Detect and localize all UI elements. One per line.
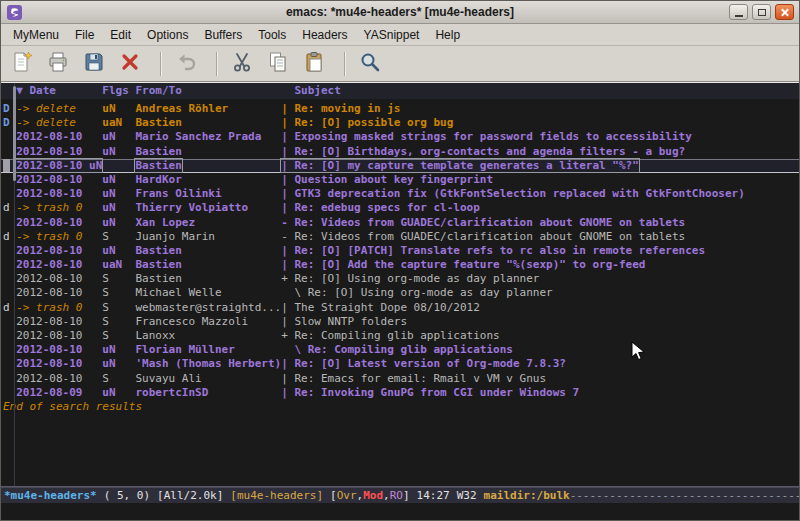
end-of-results-text: End of search results — [1, 400, 799, 414]
message-row[interactable]: 2012-08-10 uN Frans Oilinki | GTK3 depre… — [1, 187, 799, 201]
message-row-current[interactable]: 2012-08-10 uN Bastien | Re: [O] my captu… — [1, 159, 799, 173]
close-button[interactable] — [775, 4, 794, 20]
save-button[interactable] — [79, 49, 109, 78]
menu-yasnippet[interactable]: YASnippet — [356, 25, 428, 45]
minimize-icon — [735, 15, 743, 17]
message-row[interactable]: 2012-08-10 S Francesco Mazzoli | Slow NN… — [1, 315, 799, 329]
paste-icon — [302, 50, 326, 78]
modeline-major-mode[interactable]: [mu4e-headers] — [230, 489, 323, 502]
message-row[interactable]: 2012-08-10 uN Mario Sanchez Prada | Expo… — [1, 130, 799, 144]
modeline-window-id: W32 — [457, 489, 477, 502]
modeline-cursor-position: ( 5, 0) — [104, 489, 150, 502]
modeline-minor-flags: [Ovr,Mod,RO] — [330, 489, 410, 502]
undo-icon — [174, 50, 198, 78]
menu-buffers[interactable]: Buffers — [196, 25, 250, 45]
comma: , — [383, 489, 390, 502]
column-header-line[interactable]: ▼ Date Flgs From/To Subject — [1, 83, 799, 99]
readonly-indicator: RO — [390, 489, 403, 502]
save-icon — [82, 50, 106, 78]
echo-area — [1, 503, 799, 520]
cut-button[interactable] — [227, 49, 257, 78]
menu-edit[interactable]: Edit — [102, 25, 139, 45]
message-row[interactable]: 2012-08-10 S Suvayu Ali | Re: Emacs for … — [1, 372, 799, 386]
cut-icon — [230, 50, 254, 78]
print-button[interactable] — [43, 49, 73, 78]
window-controls — [729, 4, 794, 20]
menu-options[interactable]: Options — [139, 25, 196, 45]
menu-bar: MyMenuFileEditOptionsBuffersToolsHeaders… — [1, 24, 799, 46]
close-icon — [118, 50, 142, 78]
minimize-button[interactable] — [729, 4, 748, 20]
kill-buffer-button[interactable] — [115, 49, 145, 78]
message-row[interactable]: D -> delete uaN Bastien | Re: [O] possib… — [1, 116, 799, 130]
menu-tools[interactable]: Tools — [250, 25, 294, 45]
paste-button[interactable] — [299, 49, 329, 78]
message-row[interactable]: 2012-08-10 uN Bastien | Re: [O] Birthday… — [1, 145, 799, 159]
title-bar[interactable]: emacs: *mu4e-headers* [mu4e-headers] — [1, 1, 799, 24]
print-icon — [46, 50, 70, 78]
message-row[interactable]: D -> delete uN Andreas Röhler | Re: movi… — [1, 102, 799, 116]
maximize-icon — [758, 9, 766, 16]
undo-button[interactable] — [171, 49, 201, 78]
bracket-open: [ — [330, 489, 337, 502]
menu-file[interactable]: File — [67, 25, 102, 45]
new-file-button[interactable] — [7, 49, 37, 78]
message-row[interactable]: d -> trash 0 S Juanjo Marin - Re: Videos… — [1, 230, 799, 244]
search-button[interactable] — [355, 49, 385, 78]
message-row[interactable]: 2012-08-09 uN robertcInSD | Re: Invoking… — [1, 386, 799, 400]
message-row[interactable]: 2012-08-10 S Michael Welle \ Re: [O] Usi… — [1, 286, 799, 300]
message-row[interactable]: 2012-08-10 uN Xan Lopez - Re: Videos fro… — [1, 216, 799, 230]
message-row[interactable]: 2012-08-10 uN 'Mash (Thomas Herbert)| Re… — [1, 357, 799, 371]
menu-help[interactable]: Help — [427, 25, 468, 45]
scrollbar-thumb[interactable] — [13, 86, 16, 181]
search-icon — [358, 50, 382, 78]
message-row[interactable]: d -> trash 0 S webmaster@straightd...| T… — [1, 301, 799, 315]
mu4e-headers-buffer: ▼ Date Flgs From/To Subject D -> delete … — [1, 82, 799, 486]
modeline-filler: ----------------------------------- — [570, 489, 799, 502]
modified-indicator: Mod — [363, 489, 383, 502]
mouse-cursor — [631, 341, 647, 363]
message-row[interactable]: 2012-08-10 uN HardKor | Question about k… — [1, 173, 799, 187]
message-row[interactable]: 2012-08-10 S Bastien + Re: [O] Using org… — [1, 272, 799, 286]
modeline-folder: maildir:/bulk — [484, 489, 570, 502]
bracket-close: ] — [403, 489, 410, 502]
emacs-window: emacs: *mu4e-headers* [mu4e-headers] MyM… — [0, 0, 800, 521]
modeline-size: [All/2.0k] — [157, 489, 223, 502]
mode-line: *mu4e-headers*( 5, 0)[All/2.0k][mu4e-hea… — [1, 486, 799, 503]
message-row[interactable]: d -> trash 0 uN Thierry Volpiatto | Re: … — [1, 201, 799, 215]
modeline-buffer-name[interactable]: *mu4e-headers* — [4, 489, 97, 502]
message-row[interactable]: 2012-08-10 uN Bastien | Re: [O] [PATCH] … — [1, 244, 799, 258]
text-cursor — [3, 159, 10, 172]
menu-mymenu[interactable]: MyMenu — [5, 25, 67, 45]
toolbar-separator — [160, 52, 162, 76]
maximize-button[interactable] — [752, 4, 771, 20]
message-row[interactable]: 2012-08-10 uaN Bastien | Re: [O] Add the… — [1, 258, 799, 272]
message-row[interactable]: 2012-08-10 uN Florian Müllner \ Re: Comp… — [1, 343, 799, 357]
message-row[interactable]: 2012-08-10 S Lanoxx + Re: Compiling glib… — [1, 329, 799, 343]
copy-icon — [266, 50, 290, 78]
window-title: emacs: *mu4e-headers* [mu4e-headers] — [1, 1, 799, 23]
toolbar — [1, 46, 799, 82]
new-file-icon — [10, 50, 34, 78]
message-list: D -> delete uN Andreas Röhler | Re: movi… — [1, 99, 799, 400]
toolbar-separator — [216, 52, 218, 76]
copy-button[interactable] — [263, 49, 293, 78]
toolbar-separator — [344, 52, 346, 76]
overwrite-indicator: Ovr — [337, 489, 357, 502]
menu-headers[interactable]: Headers — [294, 25, 355, 45]
modeline-time: 14:27 — [417, 489, 450, 502]
close-icon — [780, 8, 789, 17]
